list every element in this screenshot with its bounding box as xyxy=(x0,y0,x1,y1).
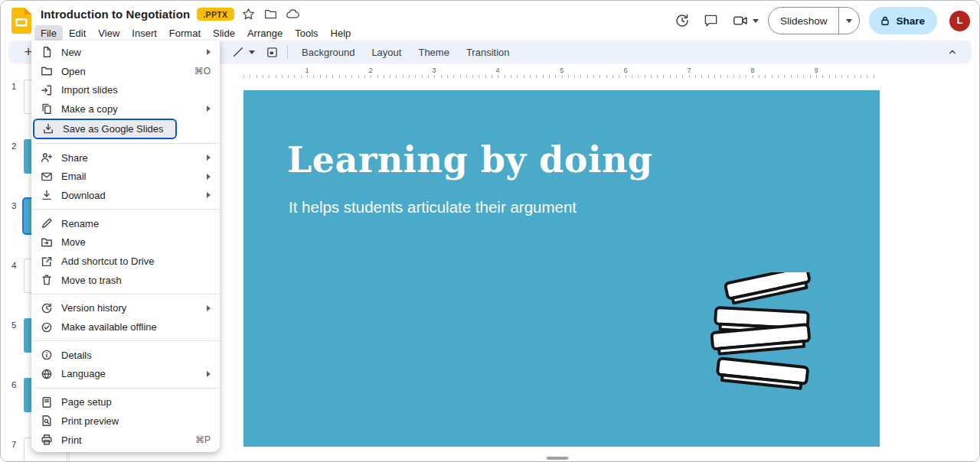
caret-down-icon xyxy=(846,19,852,23)
share-label: Share xyxy=(896,15,925,27)
move-folder-icon xyxy=(41,236,53,249)
submenu-arrow-icon xyxy=(207,174,211,180)
meet-camera-group[interactable] xyxy=(730,11,759,31)
download-icon xyxy=(41,189,53,201)
menu-item-add-shortcut-to-drive[interactable]: Add shortcut to Drive xyxy=(31,252,220,271)
ruler-number: 9 xyxy=(814,67,818,74)
horizontal-scrollbar-thumb[interactable] xyxy=(547,457,568,460)
version-history-icon[interactable] xyxy=(672,11,692,31)
camera-icon[interactable] xyxy=(730,11,750,31)
menu-item-make-a-copy[interactable]: Make a copy xyxy=(31,99,220,119)
horizontal-ruler: 1 2 3 4 5 6 7 8 9 xyxy=(243,67,880,78)
slide-title-text[interactable]: Learning by doing xyxy=(287,139,653,181)
menu-item-open[interactable]: Open ⌘O xyxy=(31,62,220,81)
menu-item-email[interactable]: Email xyxy=(31,167,220,186)
share-person-icon xyxy=(41,151,53,164)
slide-canvas[interactable]: Learning by doing It helps students arti… xyxy=(243,90,880,447)
menu-help[interactable]: Help xyxy=(325,25,358,41)
slide-number: 7 xyxy=(11,440,16,449)
menu-tools[interactable]: Tools xyxy=(289,25,324,41)
submenu-arrow-icon xyxy=(207,155,211,161)
menu-item-move-to-trash[interactable]: Move to trash xyxy=(31,271,220,290)
ruler-number: 4 xyxy=(495,67,499,74)
menu-item-download[interactable]: Download xyxy=(31,186,220,205)
ruler-number: 2 xyxy=(368,67,372,74)
slide-number: 1 xyxy=(11,82,16,91)
menu-divider xyxy=(31,388,220,389)
layout-button[interactable]: Layout xyxy=(364,44,409,61)
books-clipart[interactable] xyxy=(694,272,835,404)
menu-item-version-history[interactable]: Version history xyxy=(31,299,220,318)
menu-item-new[interactable]: New xyxy=(31,43,220,62)
menu-item-print-preview[interactable]: Print preview xyxy=(31,412,220,431)
menu-insert[interactable]: Insert xyxy=(126,25,163,41)
menu-view[interactable]: View xyxy=(92,25,126,41)
menu-item-language[interactable]: Language xyxy=(31,365,220,384)
menu-slide[interactable]: Slide xyxy=(207,25,241,41)
email-icon xyxy=(41,171,53,183)
title-area: Introduction to Negotiation .PPTX xyxy=(41,6,357,41)
star-icon[interactable] xyxy=(241,7,256,22)
transition-button[interactable]: Transition xyxy=(459,44,518,61)
trash-icon xyxy=(41,274,53,286)
menu-file[interactable]: File xyxy=(34,25,63,41)
google-slides-window: Introduction to Negotiation .PPTX xyxy=(0,0,980,462)
document-title[interactable]: Introduction to Negotiation xyxy=(41,8,190,21)
save-as-icon xyxy=(42,122,54,135)
ruler-number: 6 xyxy=(623,67,627,74)
ruler-number: 8 xyxy=(750,67,754,74)
move-folder-icon[interactable] xyxy=(263,7,279,22)
account-avatar[interactable]: L xyxy=(949,11,970,31)
ruler-number: 5 xyxy=(560,67,564,74)
menu-item-rename[interactable]: Rename xyxy=(31,214,220,233)
menu-item-import-slides[interactable]: Import slides xyxy=(31,80,220,99)
menu-edit[interactable]: Edit xyxy=(63,25,92,41)
copy-icon xyxy=(41,102,53,115)
slideshow-button[interactable]: Slideshow xyxy=(768,7,861,34)
ruler-number: 7 xyxy=(687,67,691,74)
slide-number: 2 xyxy=(11,142,16,151)
background-button[interactable]: Background xyxy=(294,44,362,61)
shortcut-label: ⌘O xyxy=(194,66,211,76)
import-slides-icon xyxy=(41,84,53,96)
pptx-format-badge: .PPTX xyxy=(197,8,234,21)
open-folder-icon xyxy=(41,65,53,77)
submenu-arrow-icon xyxy=(207,305,211,311)
lock-icon xyxy=(880,15,890,26)
slideshow-dropdown[interactable] xyxy=(838,8,859,34)
menu-divider xyxy=(31,209,220,210)
camera-dropdown-caret-icon[interactable] xyxy=(753,19,759,23)
top-actions: Slideshow Share L xyxy=(672,7,970,34)
menu-arrange[interactable]: Arrange xyxy=(241,25,289,41)
menu-item-share[interactable]: Share xyxy=(31,148,220,168)
focused-item-box[interactable]: Save as Google Slides xyxy=(33,119,177,139)
slideshow-label[interactable]: Slideshow xyxy=(769,8,839,34)
share-button[interactable]: Share xyxy=(869,7,937,34)
insert-placeholder-icon[interactable] xyxy=(263,43,281,61)
printer-icon xyxy=(41,434,53,446)
collapse-toolbar-icon[interactable] xyxy=(942,42,962,62)
theme-button[interactable]: Theme xyxy=(410,44,456,61)
menu-item-print[interactable]: Print ⌘P xyxy=(31,431,220,450)
menu-item-move[interactable]: Move xyxy=(31,233,220,252)
menu-divider xyxy=(31,340,220,341)
comments-icon[interactable] xyxy=(701,11,721,31)
cloud-status-icon[interactable] xyxy=(286,7,301,22)
info-icon xyxy=(41,349,53,361)
slide-number: 4 xyxy=(11,261,16,270)
ruler-ticks xyxy=(243,75,880,78)
menu-item-details[interactable]: Details xyxy=(31,346,220,365)
menu-format[interactable]: Format xyxy=(163,25,207,41)
slide-number: 3 xyxy=(11,201,16,210)
menu-item-page-setup[interactable]: Page setup xyxy=(31,392,220,412)
menu-item-save-as-google-slides[interactable]: Save as Google Slides xyxy=(31,119,220,139)
slides-app-icon[interactable] xyxy=(11,8,31,37)
menu-divider xyxy=(31,294,220,294)
page-setup-icon xyxy=(41,396,53,408)
menubar: File Edit View Insert Format Slide Arran… xyxy=(34,25,357,41)
slide-subtitle-text[interactable]: It helps students articulate their argum… xyxy=(289,198,577,216)
line-tool-icon[interactable] xyxy=(229,43,247,61)
line-tool-caret-icon[interactable] xyxy=(249,50,255,54)
submenu-arrow-icon xyxy=(207,371,211,377)
menu-item-make-available-offline[interactable]: Make available offline xyxy=(31,317,220,337)
